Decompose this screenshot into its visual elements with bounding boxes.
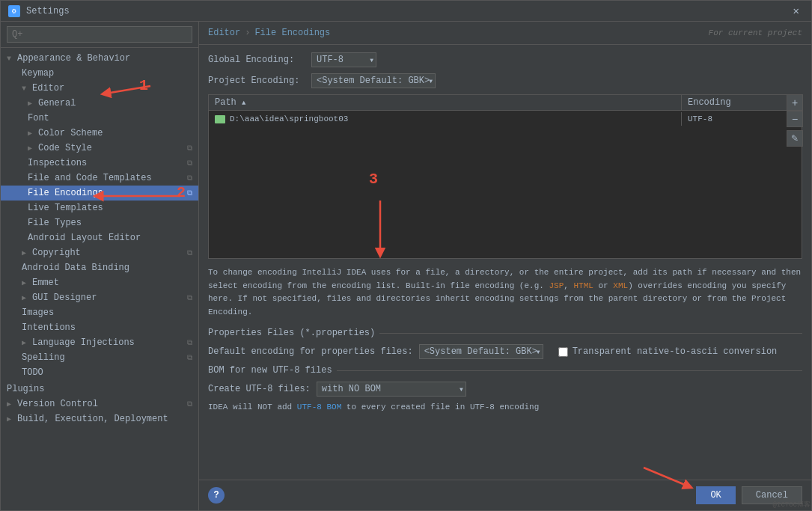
sidebar-item-label: Version Control [17,399,98,409]
table-path-value: D:\aaa\idea\springboot03 [230,114,348,123]
sidebar-item-keymap[interactable]: Keymap [1,66,198,81]
copy-icon8: ⧉ [187,354,192,362]
table-encoding-value: UTF-8 [688,114,712,123]
title-bar: ⚙ Settings ✕ [1,1,811,22]
sidebar-item-label: TODO [22,367,43,378]
sidebar-item-build[interactable]: ▶ Build, Execution, Deployment [1,411,198,426]
sidebar-item-images[interactable]: Images [1,305,198,320]
for-project-text: For current project [709,28,802,37]
sidebar-item-label: File Types [28,218,82,228]
sidebar-item-label: Images [22,307,54,318]
sidebar-item-label: Plugins [7,384,44,394]
bom-create-row: Create UTF-8 files: with NO BOM with BOM… [208,382,802,397]
close-button[interactable]: ✕ [789,3,804,19]
sidebar-item-label: Editor [32,83,64,94]
sidebar-item-intentions[interactable]: Intentions [1,320,198,335]
sidebar-item-color-scheme[interactable]: ▶ Color Scheme [1,126,198,141]
sidebar-item-emmet[interactable]: ▶ Emmet [1,275,198,290]
table-buttons: + − ✎ [787,94,803,147]
copy-icon2: ⧉ [187,159,192,168]
cancel-button[interactable]: Cancel [742,486,802,504]
col-path-header[interactable]: Path [209,95,682,110]
panel-content: Global Encoding: UTF-8 ISO-8859-1 GBK Pr… [199,45,811,480]
breadcrumb-separator: › [245,28,250,38]
expand-icon: ▶ [22,248,29,257]
expand-icon: ▶ [22,338,29,347]
sidebar-item-version-control[interactable]: ▶ Version Control ⧉ [1,397,198,411]
transparent-conversion-checkbox[interactable] [558,347,568,357]
info-text-content: To change encoding IntelliJ IDEA uses fo… [208,268,801,316]
global-encoding-dropdown-wrapper: UTF-8 ISO-8859-1 GBK [311,52,376,67]
encoding-table-wrapper: Path Encoding D:\aaa\idea\springboot03 [208,94,802,259]
sidebar-item-file-types[interactable]: File Types [1,215,198,230]
help-icon: ? [213,490,219,501]
bom-create-dropdown[interactable]: with NO BOM with BOM with BOM (big-endia… [317,382,466,397]
sidebar-item-editor-wrapper: ▼ Editor 1 [1,81,198,96]
ok-button[interactable]: OK [696,486,735,504]
sidebar-item-live-templates[interactable]: Live Templates [1,201,198,215]
copy-icon: ⧉ [187,144,192,153]
col-encoding-header: Encoding [682,95,802,110]
bom-note-text: IDEA will NOT add UTF-8 BOM to every cre… [208,403,539,411]
sidebar-item-android-layout[interactable]: Android Layout Editor [1,230,198,245]
properties-section: Properties Files (*.properties) Default … [208,328,802,359]
table-header: Path Encoding [209,95,802,111]
sidebar-item-label: Copyright [32,248,81,258]
project-encoding-row: Project Encoding: <System Default: GBK> … [208,73,802,88]
copy-icon5: ⧉ [187,249,192,257]
bom-note: IDEA will NOT add UTF-8 BOM to every cre… [208,403,802,411]
sidebar-item-copyright[interactable]: ▶ Copyright ⧉ [1,245,198,260]
sidebar-item-spelling[interactable]: Spelling ⧉ [1,350,198,365]
properties-encoding-row: Default encoding for properties files: <… [208,344,802,359]
edit-row-button[interactable]: ✎ [787,130,803,147]
properties-encoding-dropdown[interactable]: <System Default: GBK> UTF-8 ISO-8859-1 [419,344,543,359]
expand-icon: ▶ [22,278,29,287]
sidebar-item-todo[interactable]: TODO [1,365,198,380]
path-header-label: Path [215,97,236,108]
sidebar-item-appearance[interactable]: ▼ Appearance & Behavior [1,51,198,66]
global-encoding-label: Global Encoding: [208,55,305,65]
sidebar-item-gui-designer[interactable]: ▶ GUI Designer ⧉ [1,290,198,305]
copy-icon3: ⧉ [187,174,192,183]
sidebar-item-code-style[interactable]: ▶ Code Style ⧉ [1,141,198,156]
sidebar-item-label: Android Layout Editor [28,233,141,243]
sidebar-item-label: Build, Execution, Deployment [17,414,168,424]
sidebar-item-label: Keymap [22,68,54,79]
add-row-button[interactable]: + [787,94,803,111]
sidebar-item-label: General [38,98,76,108]
sidebar-item-label: Color Scheme [38,128,103,138]
sidebar-item-plugins[interactable]: Plugins [1,382,198,397]
copy-icon6: ⧉ [187,294,192,302]
sidebar-item-inspections[interactable]: Inspections ⧉ [1,156,198,171]
properties-title-text: Properties Files (*.properties) [208,328,375,338]
remove-row-button[interactable]: − [787,111,803,127]
sidebar-item-language-injections[interactable]: ▶ Language Injections ⧉ [1,335,198,350]
table-cell-path: D:\aaa\idea\springboot03 [209,112,682,126]
sidebar-item-font[interactable]: Font [1,111,198,126]
sidebar-item-label: Intentions [22,322,76,333]
global-encoding-dropdown[interactable]: UTF-8 ISO-8859-1 GBK [311,52,376,67]
project-encoding-dropdown-wrapper: <System Default: GBK> UTF-8 GBK [311,73,436,88]
copy-icon4: ⧉ [187,189,192,198]
properties-encoding-dropdown-wrapper: <System Default: GBK> UTF-8 ISO-8859-1 [419,344,543,359]
expand-icon: ▼ [22,85,29,93]
sidebar-item-label: File Encodings [28,188,103,198]
sidebar-item-file-encodings[interactable]: File Encodings ⧉ [1,186,198,201]
window-title: Settings [26,6,70,16]
sidebar-item-general[interactable]: ▶ General [1,96,198,111]
search-input[interactable] [7,26,192,43]
help-button[interactable]: ? [208,487,225,504]
expand-icon: ▶ [22,293,29,302]
sidebar-item-label: Spelling [22,352,65,363]
search-box [1,22,198,48]
sidebar-item-android-data-binding[interactable]: Android Data Binding [1,260,198,275]
table-row[interactable]: D:\aaa\idea\springboot03 UTF-8 [209,111,802,127]
sidebar-item-label: Emmet [32,278,59,288]
bom-create-label: Create UTF-8 files: [208,384,311,394]
project-encoding-dropdown[interactable]: <System Default: GBK> UTF-8 GBK [311,73,436,88]
sidebar-item-label: Live Templates [28,203,103,213]
sidebar-item-file-code-templates[interactable]: File and Code Templates ⧉ [1,171,198,186]
right-panel: Editor › File Encodings For current proj… [199,22,811,510]
sidebar-item-editor[interactable]: ▼ Editor [1,81,198,96]
project-encoding-label: Project Encoding: [208,76,305,86]
